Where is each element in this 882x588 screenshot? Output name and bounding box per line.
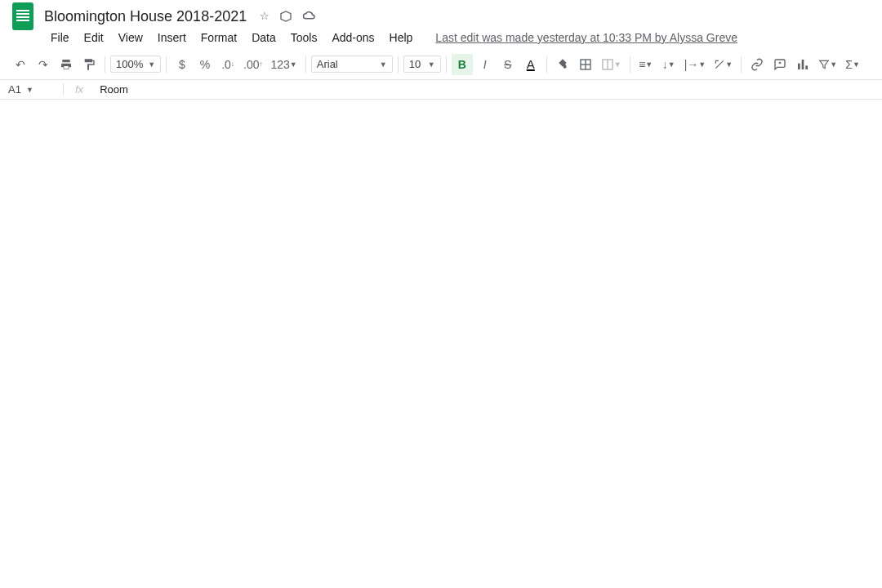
decrease-decimal-button[interactable]: .0↓	[217, 54, 238, 75]
last-edit-link[interactable]: Last edit was made yesterday at 10:33 PM…	[429, 28, 744, 47]
menu-data[interactable]: Data	[245, 28, 283, 47]
star-icon[interactable]: ☆	[260, 10, 270, 23]
font-size-select[interactable]: 10▼	[403, 56, 441, 73]
menu-tools[interactable]: Tools	[284, 28, 324, 47]
functions-button[interactable]: Σ ▼	[842, 54, 863, 75]
chart-button[interactable]	[792, 54, 813, 75]
fill-color-button[interactable]	[552, 54, 573, 75]
menu-insert[interactable]: Insert	[151, 28, 193, 47]
paint-format-button[interactable]	[78, 54, 100, 75]
strike-button[interactable]: S	[497, 54, 519, 75]
italic-button[interactable]: I	[474, 54, 496, 75]
menu-edit[interactable]: Edit	[78, 28, 110, 47]
svg-rect-7	[798, 63, 800, 69]
formula-bar[interactable]: Room	[95, 83, 128, 96]
svg-rect-9	[805, 65, 808, 69]
doc-title[interactable]: Bloomington House 2018-2021	[44, 8, 247, 25]
name-box[interactable]: A1▼	[0, 83, 63, 96]
filter-button[interactable]: ▼	[815, 54, 840, 75]
menu-view[interactable]: View	[112, 28, 149, 47]
valign-button[interactable]: ↓ ▼	[658, 54, 679, 75]
bold-button[interactable]: B	[452, 54, 473, 75]
move-icon[interactable]	[279, 10, 292, 23]
percent-button[interactable]: %	[194, 54, 216, 75]
borders-button[interactable]	[575, 54, 596, 75]
cloud-icon[interactable]	[302, 10, 317, 23]
zoom-select[interactable]: 100%▼	[110, 56, 161, 73]
text-color-button[interactable]: A	[520, 54, 541, 75]
font-select[interactable]: Arial▼	[311, 56, 393, 73]
comment-button[interactable]	[769, 54, 791, 75]
menu-help[interactable]: Help	[383, 28, 420, 47]
menu-file[interactable]: File	[44, 28, 76, 47]
link-button[interactable]	[746, 54, 768, 75]
svg-rect-8	[802, 60, 804, 69]
halign-button[interactable]: ≡ ▼	[635, 54, 657, 75]
more-formats-button[interactable]: 123 ▼	[267, 54, 300, 75]
rotate-button[interactable]: ▼	[710, 54, 736, 75]
toolbar: ↶ ↷ 100%▼ $ % .0↓ .00↑ 123 ▼ Arial▼ 10▼ …	[0, 49, 882, 80]
sheets-logo-icon	[7, 0, 39, 33]
menu-add-ons[interactable]: Add-ons	[325, 28, 381, 47]
increase-decimal-button[interactable]: .00↑	[240, 54, 265, 75]
print-button[interactable]	[56, 54, 77, 75]
merge-button[interactable]: ▼	[598, 54, 625, 75]
fx-icon: fx	[63, 83, 95, 96]
wrap-button[interactable]: |→ ▼	[681, 54, 710, 75]
menu-format[interactable]: Format	[194, 28, 243, 47]
currency-button[interactable]: $	[172, 54, 193, 75]
undo-button[interactable]: ↶	[10, 54, 31, 75]
redo-button[interactable]: ↷	[33, 54, 54, 75]
